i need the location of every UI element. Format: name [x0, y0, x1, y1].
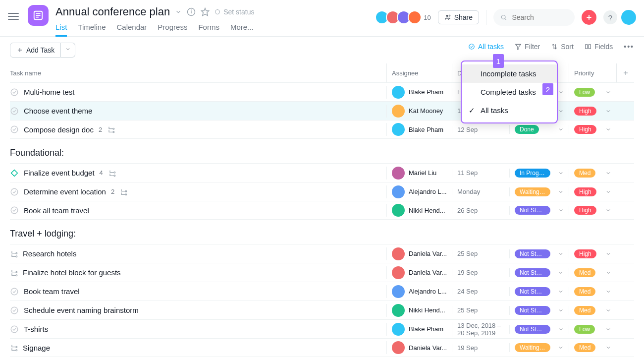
col-assignee[interactable]: Assignee: [386, 63, 452, 82]
complete-icon[interactable]: [10, 187, 19, 196]
assignee-cell[interactable]: Nikki Hend...: [386, 204, 452, 217]
complete-icon[interactable]: [10, 107, 19, 116]
col-priority[interactable]: Priority: [569, 63, 616, 82]
project-icon[interactable]: [28, 5, 49, 26]
chevron-down-icon[interactable]: [558, 345, 564, 351]
tab-timeline[interactable]: Timeline: [78, 23, 106, 37]
priority-cell[interactable]: Low: [569, 88, 616, 97]
tab-calendar[interactable]: Calendar: [116, 23, 147, 37]
priority-cell[interactable]: High: [569, 107, 616, 116]
info-icon[interactable]: [187, 7, 196, 16]
add-task-caret[interactable]: [61, 43, 75, 58]
set-status-button[interactable]: Set status: [215, 8, 254, 16]
priority-cell[interactable]: High: [569, 187, 616, 196]
assignee-cell[interactable]: Daniela Var...: [386, 266, 452, 279]
assignee-cell[interactable]: Daniela Var...: [386, 341, 452, 354]
member-avatars[interactable]: 10: [378, 10, 430, 24]
profile-avatar[interactable]: [621, 10, 636, 25]
project-title[interactable]: Annual conference plan: [55, 5, 170, 18]
complete-icon[interactable]: [10, 306, 19, 315]
chevron-down-icon[interactable]: [605, 251, 611, 257]
due-cell[interactable]: Monday: [452, 188, 509, 195]
assignee-cell[interactable]: Blake Pham: [386, 123, 452, 136]
chevron-down-icon[interactable]: [558, 326, 564, 332]
chevron-down-icon[interactable]: [605, 170, 611, 176]
progress-cell[interactable]: Not Start...: [509, 325, 569, 334]
assignee-cell[interactable]: Alejandro L...: [386, 285, 452, 298]
priority-cell[interactable]: High: [569, 206, 616, 215]
due-cell[interactable]: 26 Sep: [452, 207, 509, 214]
section-travel[interactable]: Travel + lodging:: [10, 220, 634, 244]
add-column-button[interactable]: [616, 63, 634, 82]
view-more[interactable]: •••: [624, 43, 634, 51]
task-row[interactable]: Book team travelAlejandro L...24 SepNot …: [10, 282, 634, 301]
chevron-down-icon[interactable]: [558, 126, 564, 132]
col-task-name[interactable]: Task name: [10, 69, 386, 77]
chevron-down-icon[interactable]: [605, 289, 611, 295]
view-filter[interactable]: Filter: [515, 43, 540, 51]
chevron-down-icon[interactable]: [605, 207, 611, 213]
priority-cell[interactable]: High: [569, 249, 616, 258]
chevron-down-icon[interactable]: [558, 170, 564, 176]
progress-cell[interactable]: Not Start...: [509, 206, 569, 215]
priority-cell[interactable]: High: [569, 125, 616, 134]
view-all-tasks[interactable]: All tasks: [468, 43, 504, 51]
priority-cell[interactable]: Med: [569, 306, 616, 315]
assignee-cell[interactable]: Alejandro L...: [386, 185, 452, 198]
assignee-cell[interactable]: Blake Pham: [386, 323, 452, 336]
chevron-down-icon[interactable]: [558, 108, 564, 114]
due-cell[interactable]: 25 Sep: [452, 306, 509, 314]
task-row[interactable]: Determine event location2Alejandro L...M…: [10, 182, 634, 201]
dropdown-all[interactable]: ✓All tasks: [462, 101, 557, 120]
chevron-down-icon[interactable]: [605, 326, 611, 332]
task-row[interactable]: T-shirtsBlake Pham13 Dec, 2018 – 20 Sep,…: [10, 319, 634, 338]
task-row[interactable]: Research hotelsDaniela Var...25 SepNot S…: [10, 244, 634, 263]
progress-cell[interactable]: Not Start...: [509, 249, 569, 258]
search-input[interactable]: [511, 13, 568, 22]
chevron-down-icon[interactable]: [605, 345, 611, 351]
priority-cell[interactable]: Med: [569, 268, 616, 277]
chevron-down-icon[interactable]: [605, 307, 611, 313]
task-row[interactable]: Schedule event naming brainstormNikki He…: [10, 301, 634, 319]
priority-cell[interactable]: Med: [569, 169, 616, 178]
progress-cell[interactable]: Not Start...: [509, 306, 569, 315]
tab-forms[interactable]: Forms: [198, 23, 219, 37]
task-row[interactable]: Book all team travelNikki Hend...26 SepN…: [10, 201, 634, 220]
complete-icon[interactable]: [10, 206, 19, 215]
task-row[interactable]: Finalize hotel block for guestsDaniela V…: [10, 263, 634, 282]
task-row[interactable]: SignageDaniela Var...19 SepWaiting o...M…: [10, 338, 634, 357]
priority-cell[interactable]: Med: [569, 343, 616, 352]
progress-cell[interactable]: Waiting o...: [509, 343, 569, 352]
assignee-cell[interactable]: Kat Mooney: [386, 105, 452, 118]
priority-cell[interactable]: Low: [569, 325, 616, 334]
sidebar-toggle[interactable]: [8, 11, 19, 22]
tab-list[interactable]: List: [55, 23, 67, 37]
star-icon[interactable]: [201, 7, 210, 16]
task-row[interactable]: Finalize event budget4Mariel Liu11 SepIn…: [10, 163, 634, 182]
share-button[interactable]: Share: [438, 10, 479, 24]
due-cell[interactable]: 12 Sep: [452, 126, 509, 133]
assignee-cell[interactable]: Nikki Hend...: [386, 304, 452, 317]
chevron-down-icon[interactable]: [605, 108, 611, 114]
chevron-down-icon[interactable]: [605, 126, 611, 132]
quick-add-button[interactable]: [582, 10, 596, 25]
progress-cell[interactable]: Not Start...: [509, 268, 569, 277]
chevron-down-icon[interactable]: [558, 289, 564, 295]
progress-cell[interactable]: Not Start...: [509, 287, 569, 296]
chevron-down-icon[interactable]: [558, 89, 564, 95]
chevron-down-icon[interactable]: [558, 307, 564, 313]
progress-cell[interactable]: Done: [509, 125, 569, 134]
due-cell[interactable]: 25 Sep: [452, 250, 509, 257]
chevron-down-icon[interactable]: [605, 189, 611, 195]
assignee-cell[interactable]: Mariel Liu: [386, 167, 452, 180]
complete-icon[interactable]: [10, 125, 19, 134]
project-menu-caret[interactable]: [175, 8, 182, 15]
help-button[interactable]: ?: [603, 10, 617, 24]
chevron-down-icon[interactable]: [558, 270, 564, 276]
chevron-down-icon[interactable]: [558, 207, 564, 213]
search-box[interactable]: [493, 9, 575, 26]
section-foundational[interactable]: Foundational:: [10, 139, 634, 163]
due-cell[interactable]: 19 Sep: [452, 344, 509, 352]
tab-more[interactable]: More...: [230, 23, 254, 37]
complete-icon[interactable]: [10, 325, 19, 334]
